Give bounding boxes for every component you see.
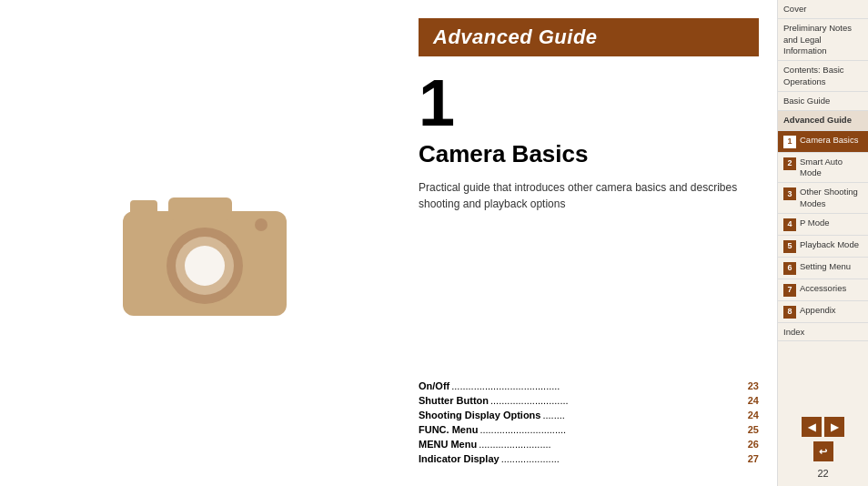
sidebar-item-p-mode[interactable]: 4 P Mode (778, 214, 868, 236)
sidebar-num: 3 (783, 187, 796, 200)
toc-entry[interactable]: Indicator Display ..................... … (419, 453, 759, 464)
sidebar-num: 6 (783, 262, 796, 275)
toc-page: 24 (748, 410, 759, 420)
sidebar-item-label: P Mode (800, 218, 863, 228)
sidebar-item-accessories[interactable]: 7 Accessories (778, 279, 868, 301)
camera-icon (114, 161, 296, 325)
toc-entry[interactable]: Shutter Button .........................… (419, 395, 759, 406)
sidebar-item-label: Setting Menu (800, 261, 863, 272)
sidebar-item-camera-basics[interactable]: 1 Camera Basics (778, 131, 868, 153)
toc-entry[interactable]: Shooting Display Options ........ 24 (419, 410, 759, 420)
sidebar-item-label: Other Shooting Modes (800, 187, 863, 209)
sidebar-item-index[interactable]: Index (778, 323, 868, 341)
toc-page: 24 (748, 395, 759, 406)
sidebar-item-label: Smart Auto Mode (800, 157, 863, 179)
sidebar-item-label: Playback Mode (800, 239, 863, 250)
svg-rect-1 (168, 197, 232, 220)
toc-entry[interactable]: On/Off .................................… (419, 380, 759, 391)
camera-illustration-panel (0, 0, 409, 486)
toc-dots: .......................... (479, 439, 746, 450)
sidebar-item-smart-auto[interactable]: 2 Smart Auto Mode (778, 153, 868, 184)
chapter-description: Practical guide that introduces other ca… (419, 179, 759, 212)
sidebar-num: 2 (783, 157, 796, 170)
page-number: 22 (817, 468, 828, 479)
toc-label: Shooting Display Options (419, 410, 540, 420)
next-page-button[interactable]: ▶ (824, 417, 844, 437)
sidebar-num: 5 (783, 240, 796, 253)
sidebar-item-label: Accessories (800, 283, 863, 294)
sidebar-num: 7 (783, 284, 796, 297)
toc-dots: ....................................... (451, 380, 746, 391)
sidebar-num: 8 (783, 306, 796, 319)
table-of-contents: On/Off .................................… (419, 371, 759, 468)
toc-dots: ..................... (501, 453, 746, 464)
sidebar-num: 1 (783, 136, 796, 148)
sidebar-item-label: Camera Basics (800, 135, 863, 146)
chapter-title: Camera Basics (419, 140, 759, 168)
sidebar-item-contents[interactable]: Contents: Basic Operations (778, 61, 868, 92)
nav-buttons-row: ◀ ▶ (802, 417, 844, 437)
sidebar: CoverPreliminary Notes and Legal Informa… (777, 0, 868, 486)
toc-entry[interactable]: MENU Menu .......................... 26 (419, 439, 759, 450)
chapter-number: 1 (419, 70, 759, 136)
home-button[interactable]: ↩ (813, 441, 833, 461)
prev-page-button[interactable]: ◀ (802, 417, 822, 437)
toc-label: FUNC. Menu (419, 424, 478, 435)
toc-label: On/Off (419, 380, 449, 391)
sidebar-item-label: Appendix (800, 305, 863, 316)
sidebar-num: 4 (783, 218, 796, 231)
toc-label: MENU Menu (419, 439, 477, 450)
sidebar-item-appendix[interactable]: 8 Appendix (778, 301, 868, 323)
toc-entry[interactable]: FUNC. Menu .............................… (419, 424, 759, 435)
toc-page: 25 (748, 424, 759, 435)
toc-dots: ........ (542, 410, 745, 420)
svg-rect-2 (130, 200, 157, 217)
sidebar-item-advanced-guide[interactable]: Advanced Guide (778, 111, 868, 130)
sidebar-item-prelim[interactable]: Preliminary Notes and Legal Information (778, 19, 868, 61)
content-panel: Advanced Guide 1 Camera Basics Practical… (409, 0, 777, 486)
sidebar-bottom-nav: ◀ ▶ ↩ 22 (778, 410, 868, 486)
toc-page: 23 (748, 380, 759, 391)
toc-page: 27 (748, 453, 759, 464)
svg-point-5 (185, 246, 225, 286)
guide-header: Advanced Guide (419, 18, 759, 56)
toc-label: Indicator Display (419, 453, 500, 464)
toc-label: Shutter Button (419, 395, 489, 406)
sidebar-item-basic-guide[interactable]: Basic Guide (778, 92, 868, 111)
sidebar-item-setting-menu[interactable]: 6 Setting Menu (778, 258, 868, 279)
toc-dots: ............................ (490, 395, 746, 406)
sidebar-item-other-shooting[interactable]: 3 Other Shooting Modes (778, 183, 868, 214)
toc-dots: ............................... (479, 424, 745, 435)
toc-page: 26 (748, 439, 759, 450)
svg-point-6 (255, 218, 267, 231)
sidebar-item-playback[interactable]: 5 Playback Mode (778, 236, 868, 258)
sidebar-item-cover[interactable]: Cover (778, 0, 868, 19)
